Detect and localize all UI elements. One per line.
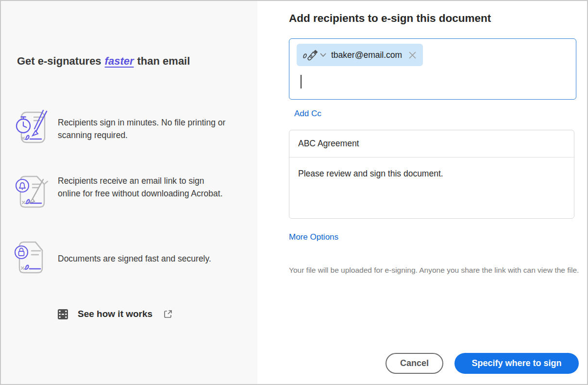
notification-signature-document-icon	[13, 174, 50, 211]
promo-headline: Get e-signaturesfasterthan email	[17, 55, 245, 68]
recipient-email: tbaker@email.com	[331, 50, 402, 60]
text-caret	[301, 75, 302, 88]
recipient-chip[interactable]: tbaker@email.com	[297, 44, 423, 66]
upload-disclaimer: Your file will be uploaded for e-signing…	[289, 265, 580, 276]
video-icon	[58, 309, 68, 319]
external-link-icon	[163, 309, 173, 319]
chevron-down-icon[interactable]	[320, 53, 326, 57]
feature-text-2: Recipients receive an email link to sign…	[58, 175, 229, 200]
see-how-it-works-link[interactable]: See how it works	[58, 307, 173, 321]
dialog-title: Add recipients to e-sign this document	[289, 12, 561, 25]
add-cc-link[interactable]: Add Cc	[294, 109, 321, 119]
esign-dialog: Get e-signaturesfasterthan email Recipie…	[0, 0, 588, 385]
subject-message-card: Please review and sign this document.	[289, 130, 574, 219]
secure-signed-document-icon	[13, 239, 47, 277]
faster-link[interactable]: faster	[105, 55, 134, 67]
subject-field[interactable]	[289, 130, 574, 157]
headline-post: than email	[137, 55, 190, 67]
feature-text-3: Documents are signed fast and securely.	[58, 252, 247, 265]
more-options-link[interactable]: More Options	[289, 232, 338, 242]
promo-panel: Get e-signaturesfasterthan email Recipie…	[1, 1, 257, 384]
feature-text-1: Recipients sign in minutes. No file prin…	[58, 116, 229, 141]
cancel-button[interactable]: Cancel	[386, 353, 443, 374]
specify-where-to-sign-button[interactable]: Specify where to sign	[454, 353, 579, 374]
message-field[interactable]: Please review and sign this document.	[289, 158, 574, 219]
see-how-it-works-label: See how it works	[78, 309, 152, 319]
timer-signature-document-icon	[13, 109, 53, 147]
remove-recipient-icon[interactable]	[409, 52, 416, 59]
recipients-input[interactable]: tbaker@email.com	[289, 38, 576, 100]
signature-pen-icon	[302, 48, 318, 62]
headline-pre: Get e-signatures	[17, 55, 101, 67]
